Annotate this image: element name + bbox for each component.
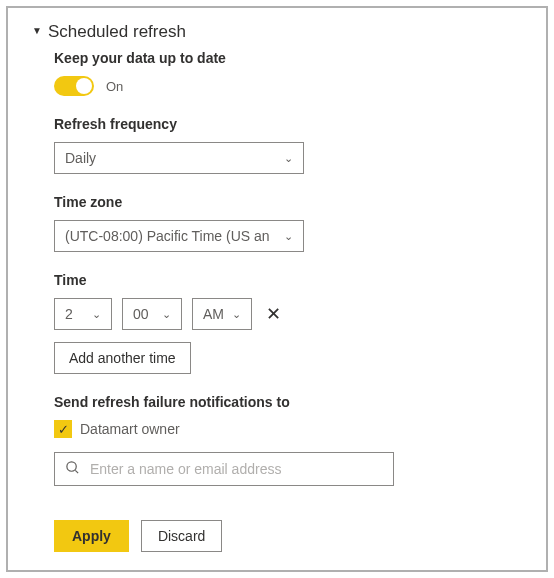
hour-select[interactable]: 2 ⌄ [54, 298, 112, 330]
chevron-down-icon: ⌄ [284, 230, 293, 243]
ampm-select[interactable]: AM ⌄ [192, 298, 252, 330]
notify-heading: Send refresh failure notifications to [54, 394, 522, 410]
hour-value: 2 [65, 306, 73, 322]
section-title: Scheduled refresh [48, 22, 186, 42]
minute-value: 00 [133, 306, 149, 322]
notify-email-input[interactable] [90, 461, 383, 477]
timezone-value: (UTC-08:00) Pacific Time (US an [65, 228, 270, 244]
timezone-heading: Time zone [54, 194, 522, 210]
toggle-state-label: On [106, 79, 123, 94]
remove-time-icon[interactable]: ✕ [262, 303, 285, 325]
discard-button[interactable]: Discard [141, 520, 222, 552]
svg-line-1 [75, 470, 78, 473]
add-time-button[interactable]: Add another time [54, 342, 191, 374]
timezone-select[interactable]: (UTC-08:00) Pacific Time (US an ⌄ [54, 220, 304, 252]
keep-data-heading: Keep your data up to date [54, 50, 522, 66]
apply-button[interactable]: Apply [54, 520, 129, 552]
section-header[interactable]: ▼ Scheduled refresh [32, 22, 522, 42]
check-icon: ✓ [58, 423, 69, 436]
frequency-heading: Refresh frequency [54, 116, 522, 132]
scheduled-refresh-panel: ▼ Scheduled refresh Keep your data up to… [6, 6, 548, 572]
toggle-knob [76, 78, 92, 94]
keep-data-toggle[interactable] [54, 76, 94, 96]
minute-select[interactable]: 00 ⌄ [122, 298, 182, 330]
notify-email-field[interactable] [54, 452, 394, 486]
collapse-icon: ▼ [32, 26, 42, 36]
search-icon [65, 460, 80, 478]
owner-checkbox-label: Datamart owner [80, 421, 180, 437]
time-heading: Time [54, 272, 522, 288]
chevron-down-icon: ⌄ [92, 308, 101, 321]
chevron-down-icon: ⌄ [284, 152, 293, 165]
chevron-down-icon: ⌄ [232, 308, 241, 321]
frequency-value: Daily [65, 150, 96, 166]
ampm-value: AM [203, 306, 224, 322]
chevron-down-icon: ⌄ [162, 308, 171, 321]
svg-point-0 [67, 462, 76, 471]
frequency-select[interactable]: Daily ⌄ [54, 142, 304, 174]
owner-checkbox[interactable]: ✓ [54, 420, 72, 438]
